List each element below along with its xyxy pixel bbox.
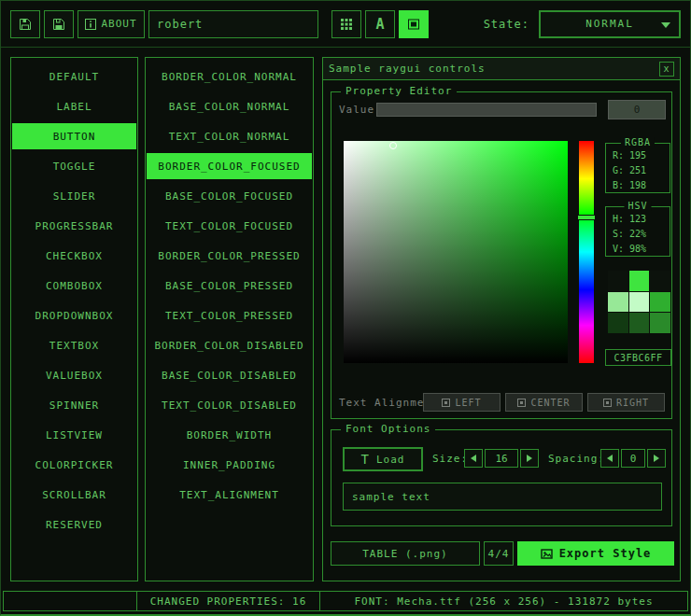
font-spacing-decrease-button[interactable] (600, 449, 619, 468)
font-options-title: Font Options (341, 423, 435, 435)
controls-grid-view-button[interactable] (331, 10, 361, 38)
control-item-progressbar[interactable]: PROGRESSBAR (12, 213, 136, 239)
hsv-value-value: V: 98% (606, 241, 670, 256)
letter-a-icon: A (375, 16, 384, 33)
font-spacing-value[interactable]: 0 (621, 449, 645, 468)
control-item-valuebox[interactable]: VALUEBOX (12, 362, 136, 388)
font-size-value-text: 16 (495, 453, 507, 465)
property-item-text-alignment[interactable]: TEXT_ALIGNMENT (147, 482, 312, 508)
export-style-label: Export Style (559, 547, 652, 560)
state-dropdown[interactable]: NORMAL (539, 10, 681, 38)
property-item-inner-padding[interactable]: INNER_PADDING (147, 452, 312, 478)
arrow-left-icon (607, 455, 613, 462)
about-button[interactable]: ABOUT (78, 10, 145, 38)
control-item-label[interactable]: LABEL (12, 93, 136, 119)
align-right-icon (603, 399, 612, 407)
floppy-disk-icon (52, 18, 65, 31)
align-center-icon (517, 399, 526, 407)
property-item-text-color-focused[interactable]: TEXT_COLOR_FOCUSED (147, 213, 312, 239)
toolbar: ABOUT A State: NORMAL (1, 1, 690, 48)
property-editor-group: Property Editor Value: 0 RGBA R: 195 G: … (331, 91, 672, 419)
value-box-value: 0 (634, 104, 641, 116)
control-item-button[interactable]: BUTTON (12, 123, 136, 149)
property-item-base-color-normal[interactable]: BASE_COLOR_NORMAL (147, 93, 312, 119)
color-picker-cursor[interactable] (389, 142, 397, 149)
font-size-decrease-button[interactable] (464, 449, 483, 468)
font-load-label: Load (376, 454, 405, 466)
value-box[interactable]: 0 (608, 100, 666, 119)
align-left-button[interactable]: LEFT (423, 393, 501, 412)
window-titlebar[interactable]: Sample raygui controls x (323, 58, 680, 80)
control-item-colorpicker[interactable]: COLORPICKER (12, 452, 136, 478)
window-close-button[interactable]: x (659, 62, 674, 77)
export-pages-value[interactable]: 4/4 (484, 541, 514, 566)
palette-swatch[interactable] (608, 292, 628, 313)
control-item-dropdownbox[interactable]: DROPDOWNBOX (12, 302, 136, 329)
text-icon: T (361, 452, 370, 467)
info-icon (85, 19, 96, 30)
status-font-info: FONT: Mecha.ttf (256 x 256) - 131872 byt… (319, 591, 688, 611)
control-item-toggle[interactable]: TOGGLE (12, 153, 136, 179)
hex-color-value[interactable]: C3FBC6FF (605, 349, 671, 366)
hue-slider[interactable] (579, 141, 594, 363)
controls-list: DEFAULT LABEL BUTTON TOGGLE SLIDER PROGR… (10, 57, 138, 581)
font-size-value[interactable]: 16 (485, 449, 518, 468)
font-spacing-value-text: 0 (630, 453, 637, 465)
property-item-border-color-pressed[interactable]: BORDER_COLOR_PRESSED (147, 243, 312, 269)
status-cell-left (3, 591, 137, 611)
control-item-spinner[interactable]: SPINNER (12, 392, 136, 418)
palette-swatch[interactable] (629, 313, 650, 333)
palette-swatch[interactable] (650, 313, 670, 333)
hsv-saturation-value: S: 22% (606, 226, 670, 241)
status-changed-properties: CHANGED PROPERTIES: 16 (136, 591, 320, 611)
arrow-left-icon (471, 455, 476, 462)
properties-list: BORDER_COLOR_NORMAL BASE_COLOR_NORMAL TE… (145, 57, 314, 581)
control-item-listview[interactable]: LISTVIEW (12, 422, 136, 448)
property-item-base-color-pressed[interactable]: BASE_COLOR_PRESSED (147, 273, 312, 299)
export-format-dropdown[interactable]: TABLE (.png) (331, 541, 480, 566)
arrow-right-icon (527, 455, 532, 462)
palette-swatch[interactable] (608, 271, 628, 291)
control-item-reserved[interactable]: RESERVED (12, 511, 136, 538)
hsv-panel: HSV H: 123 S: 22% V: 98% (605, 206, 670, 257)
value-slider[interactable] (376, 103, 597, 117)
style-table-view-button[interactable] (399, 10, 429, 38)
font-load-button[interactable]: T Load (343, 447, 423, 471)
font-spacing-increase-button[interactable] (647, 449, 666, 468)
save-style-button[interactable] (44, 10, 74, 38)
palette-swatch[interactable] (608, 313, 628, 333)
palette-swatch[interactable] (650, 271, 670, 291)
property-item-border-color-disabled[interactable]: BORDER_COLOR_DISABLED (147, 332, 312, 358)
load-style-button[interactable] (10, 10, 40, 38)
property-item-border-color-focused[interactable]: BORDER_COLOR_FOCUSED (147, 153, 312, 179)
hue-slider-cursor[interactable] (577, 215, 596, 220)
align-right-button[interactable]: RIGHT (587, 393, 665, 412)
font-size-increase-button[interactable] (520, 449, 539, 468)
control-item-default[interactable]: DEFAULT (12, 63, 136, 90)
sample-text-input[interactable] (343, 483, 662, 511)
property-item-text-color-pressed[interactable]: TEXT_COLOR_PRESSED (147, 302, 312, 329)
control-item-textbox[interactable]: TEXTBOX (12, 332, 136, 358)
property-item-base-color-disabled[interactable]: BASE_COLOR_DISABLED (147, 362, 312, 388)
property-item-border-color-normal[interactable]: BORDER_COLOR_NORMAL (147, 63, 312, 90)
export-pages-text: 4/4 (488, 548, 510, 560)
property-item-base-color-focused[interactable]: BASE_COLOR_FOCUSED (147, 183, 312, 209)
control-item-scrollbar[interactable]: SCROLLBAR (12, 482, 136, 508)
align-center-button[interactable]: CENTER (505, 393, 583, 412)
color-picker-panel[interactable] (344, 141, 568, 363)
grid-icon (340, 18, 353, 31)
palette-swatch[interactable] (629, 292, 650, 313)
palette-swatch[interactable] (650, 292, 670, 313)
control-item-checkbox[interactable]: CHECKBOX (12, 243, 136, 269)
property-item-text-color-disabled[interactable]: TEXT_COLOR_DISABLED (147, 392, 312, 418)
palette-swatch[interactable] (629, 271, 650, 291)
property-item-border-width[interactable]: BORDER_WIDTH (147, 422, 312, 448)
font-size-label: Size: (432, 453, 468, 465)
control-item-combobox[interactable]: COMBOBOX (12, 273, 136, 299)
font-view-button[interactable]: A (365, 10, 395, 38)
control-item-slider[interactable]: SLIDER (12, 183, 136, 209)
property-item-text-color-normal[interactable]: TEXT_COLOR_NORMAL (147, 123, 312, 149)
rgba-panel-title: RGBA (621, 137, 655, 147)
style-name-input[interactable] (148, 10, 318, 38)
export-style-button[interactable]: Export Style (517, 541, 674, 566)
